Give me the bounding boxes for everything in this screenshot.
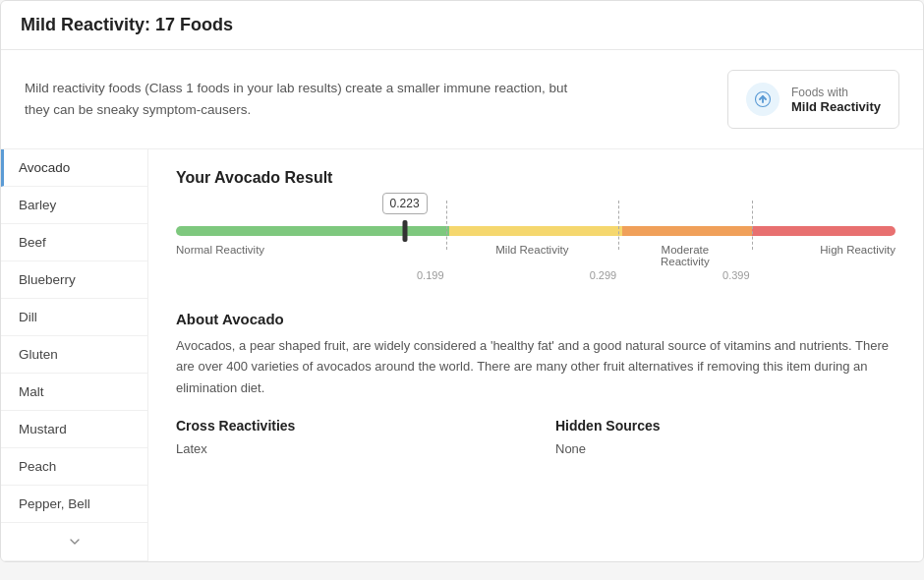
food-item-mustard[interactable]: Mustard [1,411,147,448]
page-container: Mild Reactivity: 17 Foods Mild reactivit… [0,0,924,562]
result-title: Your Avocado Result [176,169,895,187]
slider-tooltip: 0.223 [382,193,428,214]
zone-mild: Mild Reactivity [446,244,619,267]
slider-marker [402,220,407,242]
mild-reactivity-badge: Foods with Mild Reactivity [727,70,899,129]
food-item-peach[interactable]: Peach [1,448,147,486]
threshold-line-high [752,201,753,250]
zone-mild-label: Mild Reactivity [495,244,568,256]
zone-high-label: High Reactivity [820,244,895,256]
badge-icon-container [746,83,780,116]
zone-high: High Reactivity [752,244,895,267]
slider-track-wrap: 0.223 [176,226,895,236]
food-item-dill[interactable]: Dill [1,299,147,336]
page-header: Mild Reactivity: 17 Foods [1,1,923,50]
food-item-malt[interactable]: Malt [1,374,147,411]
food-item-gluten[interactable]: Gluten [1,336,147,374]
cross-reactivities-value: Latex [176,441,516,456]
about-section: About Avocado Avocados, a pear shaped fr… [176,311,895,398]
food-item-beef[interactable]: Beef [1,224,147,261]
food-list-more[interactable] [1,523,147,561]
cross-reactivities-title: Cross Reactivities [176,418,516,434]
slider-zones: Normal Reactivity Mild Reactivity Modera… [176,244,895,267]
food-list: Avocado Barley Beef Blueberry Dill Glute… [1,149,148,561]
zone-normal-label: Normal Reactivity [176,244,264,256]
hidden-sources-title: Hidden Sources [555,418,895,434]
badge-text: Foods with Mild Reactivity [791,86,881,114]
threshold-val-399: 0.399 [618,269,751,281]
intro-section: Mild reactivity foods (Class 1 foods in … [1,50,923,149]
slider-container: 0.223 Normal Reactivity [176,226,895,281]
badge-bold: Mild Reactivity [791,99,881,114]
detail-panel: Your Avocado Result 0.223 [148,149,923,561]
threshold-line-moderate [618,201,619,250]
food-item-pepper-bell[interactable]: Pepper, Bell [1,486,147,523]
about-text: Avocados, a pear shaped fruit, are widel… [176,335,895,398]
hidden-sources-value: None [555,441,895,456]
chevron-down-icon [67,534,83,550]
hidden-sources-col: Hidden Sources None [555,418,895,456]
slider-thresholds: 0.199 0.299 0.399 [176,269,895,281]
about-title: About Avocado [176,311,895,327]
arrow-up-icon [754,90,772,108]
slider-value: 0.223 [390,197,420,210]
threshold-val-299: 0.299 [446,269,619,281]
food-item-blueberry[interactable]: Blueberry [1,261,147,299]
badge-label: Foods with [791,86,881,99]
cross-reactivities-col: Cross Reactivities Latex [176,418,516,456]
zone-normal: Normal Reactivity [176,244,446,267]
page-title: Mild Reactivity: 17 Foods [21,15,903,35]
main-content: Avocado Barley Beef Blueberry Dill Glute… [1,149,923,561]
threshold-line-mild [446,201,447,250]
zone-moderate: ModerateReactivity [618,244,751,267]
cross-section: Cross Reactivities Latex Hidden Sources … [176,418,895,456]
slider-track [176,226,895,236]
intro-text: Mild reactivity foods (Class 1 foods in … [25,78,595,120]
threshold-val-199: 0.199 [176,269,446,281]
food-item-barley[interactable]: Barley [1,187,147,224]
zone-moderate-label: ModerateReactivity [661,244,710,267]
food-item-avocado[interactable]: Avocado [1,149,147,187]
threshold-val-end [752,269,895,281]
